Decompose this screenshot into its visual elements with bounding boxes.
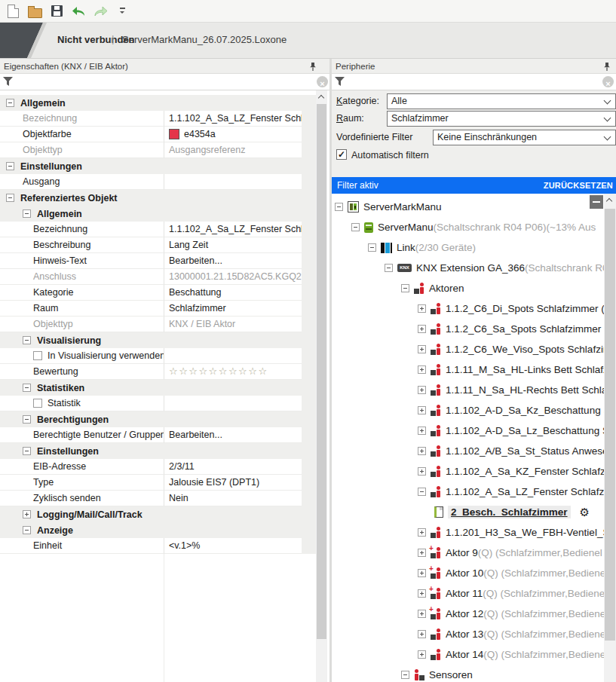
expander-icon[interactable]	[418, 589, 426, 598]
tree-row[interactable]: Sensoren	[332, 665, 604, 682]
expander-icon[interactable]	[23, 415, 31, 424]
property-group-row[interactable]: Logging/Mail/Call/Track	[0, 506, 316, 522]
property-value[interactable]: Ausgangsreferenz	[164, 142, 302, 158]
expander-icon[interactable]	[418, 569, 426, 577]
checkbox[interactable]	[33, 351, 42, 360]
tree-row[interactable]: ServerManu (Schaltschrank R04 P06)(~13% …	[332, 217, 604, 237]
expander-icon[interactable]	[6, 162, 14, 170]
expander-icon[interactable]	[418, 630, 426, 638]
property-value[interactable]	[164, 348, 302, 364]
property-group-row[interactable]: Referenziertes Objekt	[0, 190, 316, 206]
expander-icon[interactable]	[368, 243, 376, 252]
property-value[interactable]	[164, 174, 302, 190]
expander-icon[interactable]	[351, 223, 360, 231]
property-group-row[interactable]: Allgemein	[0, 206, 316, 222]
property-group-row[interactable]: Anzeige	[0, 522, 316, 538]
tree-row[interactable]: 1.1.2_C6_Sa_Spots Schlafzimmer (C	[332, 319, 604, 339]
expander-icon[interactable]	[401, 671, 409, 679]
expander-icon[interactable]	[6, 194, 14, 202]
expander-icon[interactable]	[23, 384, 31, 392]
tree-row[interactable]: 1.1.102_A_Sa_LZ_Fenster Schlafzim	[332, 482, 604, 502]
property-value[interactable]: e4354a	[164, 127, 302, 142]
expander-icon[interactable]	[6, 99, 14, 107]
tree-row[interactable]: Aktor 14 (Q) (Schlafzimmer,Bediene	[332, 644, 604, 665]
expander-icon[interactable]	[418, 427, 426, 435]
expander-icon[interactable]	[23, 336, 31, 344]
redo-button[interactable]	[92, 2, 109, 20]
property-group-row[interactable]: Allgemein	[0, 95, 316, 111]
properties-scrollbar[interactable]	[316, 90, 327, 682]
property-group-row[interactable]: Einstellungen	[0, 443, 316, 459]
property-value[interactable]: Bearbeiten...	[164, 253, 302, 269]
tree-row[interactable]: 1.1.11_M_Sa_HL-Links Bett Schlafzi	[332, 359, 604, 380]
undo-button[interactable]	[70, 2, 87, 20]
tree-row[interactable]: 1.1.102_A-D_Sa_Kz_Beschattung Sc	[332, 400, 604, 421]
filter-reset-button[interactable]: ZURÜCKSETZEN	[544, 181, 613, 190]
checkbox[interactable]	[33, 399, 42, 408]
property-value[interactable]: KNX / EIB Aktor	[164, 317, 302, 332]
tree-row[interactable]: 1.1.102_A/B_Sa_St_Status Anwesen	[332, 441, 604, 461]
expander-icon[interactable]	[418, 650, 426, 659]
tree-row[interactable]: 2_Besch._Schlafzimmer⚙	[332, 502, 604, 522]
tree-row[interactable]: 1.1.102_A-D_Sa_Lz_Beschattung Sc	[332, 421, 604, 441]
clear-filter-button[interactable]	[317, 76, 328, 87]
property-value[interactable]: Lang Zeit	[164, 237, 302, 253]
property-value[interactable]: Schlafzimmer	[164, 301, 302, 317]
property-group-row[interactable]: Visualisierung	[0, 332, 316, 348]
property-value[interactable]: 1.1.102_A_Sa_LZ_Fenster Schlaf...	[164, 222, 302, 237]
kategorie-select[interactable]: Alle	[387, 93, 616, 109]
clear-filter-button[interactable]	[602, 76, 614, 87]
tree-row[interactable]: 1.1.2_C6_Di_Spots Schlafzimmer (C	[332, 298, 604, 319]
new-file-button[interactable]	[5, 2, 21, 20]
expander-icon[interactable]	[418, 528, 426, 537]
expander-icon[interactable]	[418, 549, 426, 557]
property-value[interactable]: 1.1.102_A_Sa_LZ_Fenster Schlaf...	[164, 111, 302, 127]
tree-row[interactable]: 1.1.102_A_Sa_KZ_Fenster Schlafzim	[332, 461, 604, 482]
expander-icon[interactable]	[335, 203, 343, 211]
periphery-filter-row[interactable]	[332, 74, 616, 90]
vordefinierte-filter-select[interactable]: Keine Einschränkungen	[433, 130, 616, 145]
expander-icon[interactable]	[418, 447, 426, 455]
raum-select[interactable]: Schlafzimmer	[387, 111, 616, 127]
rating-stars[interactable]: ☆☆☆☆☆☆☆☆☆☆	[169, 364, 268, 379]
tree-row[interactable]: ServerMarkManu	[332, 197, 604, 217]
expander-icon[interactable]	[418, 345, 426, 353]
expander-icon[interactable]	[418, 467, 426, 476]
expander-icon[interactable]	[418, 304, 426, 313]
toolbar-overflow-button[interactable]	[114, 2, 130, 20]
expander-icon[interactable]	[418, 406, 426, 414]
tree-row[interactable]: 1.1.11_N_Sa_HL-Rechts Bett Schlaf	[332, 380, 604, 400]
expander-icon[interactable]	[23, 209, 31, 218]
property-value[interactable]: <v.1>%	[164, 538, 302, 554]
tree-row[interactable]: +Aktor 9 (Q) (Schlafzimmer,Bedienel	[332, 543, 604, 563]
pin-icon[interactable]	[308, 62, 317, 72]
collapse-all-button[interactable]	[590, 195, 603, 209]
expander-icon[interactable]	[401, 284, 409, 292]
expander-icon[interactable]	[23, 526, 31, 534]
expander-icon[interactable]	[23, 510, 31, 518]
auto-filter-checkbox[interactable]: ✓	[336, 149, 347, 160]
property-value[interactable]: Nein	[164, 491, 302, 506]
property-group-row[interactable]: Statistiken	[0, 380, 316, 396]
save-button[interactable]	[48, 2, 65, 20]
tree-row[interactable]: 1.1.2_C6_We_Viso_Spots Schlafzimr	[332, 339, 604, 359]
tree-row[interactable]: Aktor 13 (Q) (Schlafzimmer,Bediene	[332, 624, 604, 644]
tree-row[interactable]: Aktoren	[332, 278, 604, 298]
tree-row[interactable]: KNXKNX Extension GA_366 (Schaltschrank R…	[332, 258, 604, 278]
tree-row[interactable]: +Aktor 12 (Q) (Schlafzimmer,Bediene	[332, 604, 604, 624]
expander-icon[interactable]	[418, 325, 426, 333]
tree-row[interactable]: Link (2/30 Geräte)	[332, 237, 604, 258]
expander-icon[interactable]	[418, 610, 426, 618]
properties-filter-row[interactable]	[0, 74, 329, 90]
tree-row[interactable]: 1.1.201_H3_Sa_We_FBH-Ventiel_Sc	[332, 522, 604, 543]
tree-scrollbar[interactable]	[604, 194, 616, 682]
property-value[interactable]	[164, 396, 302, 411]
scrollbar-thumb[interactable]	[317, 104, 326, 639]
scroll-up-icon[interactable]	[604, 194, 616, 206]
property-value[interactable]: Bearbeiten...	[164, 427, 302, 443]
expander-icon[interactable]	[385, 264, 393, 272]
expander-icon[interactable]	[23, 447, 31, 455]
pin-icon[interactable]	[602, 62, 611, 72]
property-value[interactable]: 13000001.21.15D82AC5.KGQ2.3...	[164, 269, 302, 285]
property-group-row[interactable]: Einstellungen	[0, 158, 316, 174]
